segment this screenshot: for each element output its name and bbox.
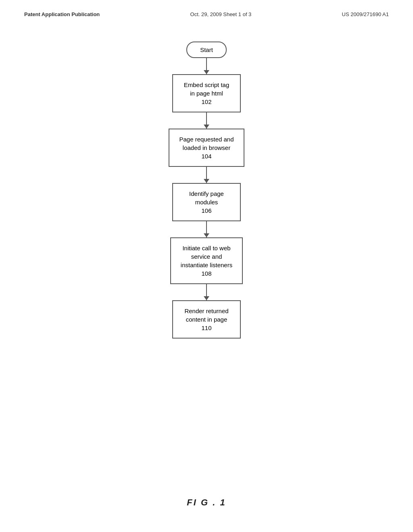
start-node: Start [186,42,227,58]
node-108-label: Initiate call to webservice andinstantia… [181,244,232,269]
node-106-label: Identify pagemodules [183,189,230,206]
arrow-3 [206,167,207,183]
node-104-box: Page requested andloaded in browser 104 [169,129,244,167]
flowchart: Start Embed script tagin page html 102 P… [0,17,413,339]
node-102-label: Embed script tagin page html [183,81,230,98]
arrow-5 [206,284,207,300]
start-label: Start [200,46,213,53]
header-right: US 2009/271690 A1 [342,11,389,17]
node-106-box: Identify pagemodules 106 [172,183,241,221]
node-102: Embed script tagin page html 102 [172,74,241,112]
start-box: Start [186,42,227,58]
header-left: Patent Application Publication [24,11,100,17]
arrow-4 [206,221,207,237]
node-104-label: Page requested andloaded in browser [179,135,234,152]
figure-label: FI G . 1 [187,497,226,508]
node-110: Render returnedcontent in page 110 [172,300,241,339]
node-108: Initiate call to webservice andinstantia… [170,237,243,284]
node-110-box: Render returnedcontent in page 110 [172,300,241,339]
node-104-number: 104 [179,152,234,160]
node-110-label: Render returnedcontent in page [183,307,230,324]
node-102-box: Embed script tagin page html 102 [172,74,241,112]
node-108-box: Initiate call to webservice andinstantia… [170,237,243,284]
node-102-number: 102 [183,98,230,106]
arrow-1 [206,58,207,74]
arrow-2 [206,112,207,129]
node-110-number: 110 [183,324,230,332]
page-header: Patent Application Publication Oct. 29, … [0,0,413,17]
node-106-number: 106 [183,206,230,215]
node-108-number: 108 [181,269,232,278]
node-104: Page requested andloaded in browser 104 [169,129,244,167]
header-center: Oct. 29, 2009 Sheet 1 of 3 [190,11,252,17]
node-106: Identify pagemodules 106 [172,183,241,221]
